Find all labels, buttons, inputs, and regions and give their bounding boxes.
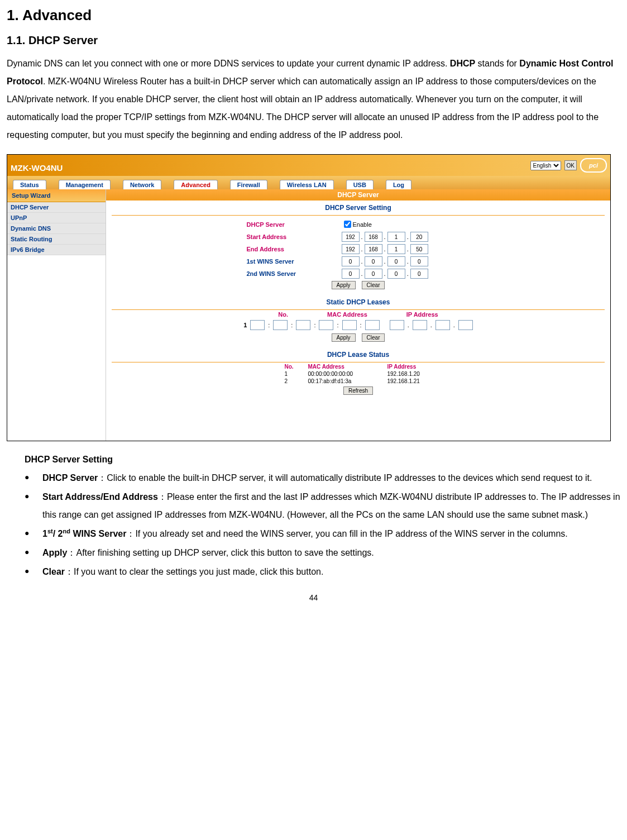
list-item: Start Address/End Address：Please enter t… [25, 488, 620, 524]
setup-wizard-link[interactable]: Setup Wizard [7, 189, 106, 202]
lease-ip-2[interactable] [413, 320, 427, 330]
label-start-address: Start Address [213, 233, 342, 240]
item-label: Start Address/End Address [42, 492, 158, 502]
end-ip-3[interactable] [387, 244, 405, 254]
dhcp-setting-heading: DHCP Server Setting [25, 455, 620, 465]
start-ip-3[interactable] [387, 232, 405, 242]
mac-1[interactable] [250, 320, 265, 330]
section-static-leases: Static DHCP Leases [106, 295, 610, 308]
heading-1: 1. Advanced [7, 7, 620, 24]
label-wins2: 2nd WINS Server [213, 270, 342, 277]
tab-bar: Status Management Network Advanced Firew… [7, 176, 610, 189]
mac-5[interactable] [342, 320, 357, 330]
item-text: ：If you already set and need the WINS se… [126, 529, 567, 538]
status-row-no: 1 [285, 371, 296, 377]
status-row-ip: 192.168.1.20 [387, 371, 432, 377]
sidebar-item-upnp[interactable]: UPnP [7, 213, 106, 223]
tab-advanced[interactable]: Advanced [174, 180, 218, 189]
text-bold: DHCP [450, 59, 475, 68]
wins1-ip-4[interactable] [410, 256, 428, 266]
apply-button[interactable]: Apply [332, 281, 356, 289]
label-dhcp-server: DHCP Server [213, 221, 342, 228]
divider [112, 362, 605, 362]
wins1-ip-3[interactable] [387, 256, 405, 266]
bullet-list: DHCP Server：Click to enable the built-in… [25, 469, 620, 581]
status-col-no: No. [285, 364, 296, 370]
list-item: 1st/ 2nd WINS Server：If you already set … [25, 525, 620, 543]
section-lease-status: DHCP Lease Status [106, 347, 610, 361]
label-enable: Enable [353, 221, 372, 228]
sidebar-item-dhcp-server[interactable]: DHCP Server [7, 202, 106, 213]
topbar: MZK-WO4NU English OK pci [7, 155, 610, 176]
item-text: ：After finishing setting up DHCP server,… [67, 548, 374, 557]
wins2-ip-4[interactable] [410, 269, 428, 279]
model-label: MZK-WO4NU [11, 163, 63, 176]
text: stands for [475, 59, 519, 68]
ok-button[interactable]: OK [564, 160, 577, 170]
intro-paragraph: Dynamic DNS can let you connect with one… [7, 55, 620, 144]
tab-wireless-lan[interactable]: Wireless LAN [280, 180, 334, 189]
status-row-mac: 00:00:00:00:00:00 [308, 371, 375, 377]
start-ip-2[interactable] [365, 232, 382, 242]
lease-ip-1[interactable] [390, 320, 404, 330]
clear-button-2[interactable]: Clear [362, 333, 385, 342]
start-ip-1[interactable] [342, 232, 360, 242]
heading-2: 1.1. DHCP Server [7, 34, 620, 47]
status-row-ip: 192.168.1.21 [387, 378, 432, 384]
tab-network[interactable]: Network [123, 180, 161, 189]
item-label: Clear [42, 567, 65, 576]
tab-usb[interactable]: USB [346, 180, 374, 189]
status-row-mac: 00:17:ab:df:d1:3a [308, 378, 375, 384]
mac-6[interactable] [365, 320, 380, 330]
end-ip-4[interactable] [410, 244, 428, 254]
dhcp-enable-checkbox[interactable] [344, 221, 351, 228]
item-text: ：Click to enable the built-in DHCP serve… [98, 473, 592, 483]
apply-button-2[interactable]: Apply [332, 333, 356, 342]
list-item: DHCP Server：Click to enable the built-in… [25, 469, 620, 487]
text: Dynamic DNS can let you connect with one… [7, 59, 450, 68]
end-ip-1[interactable] [342, 244, 360, 254]
lease-ip-4[interactable] [458, 320, 473, 330]
status-col-ip: IP Address [387, 364, 432, 370]
item-label: Apply [42, 548, 67, 557]
sidebar-item-dynamic-dns[interactable]: Dynamic DNS [7, 223, 106, 234]
list-item: Clear：If you want to clear the settings … [25, 563, 620, 581]
col-mac: MAC Address [327, 311, 367, 318]
content-pane: DHCP Server DHCP Server Setting DHCP Ser… [106, 189, 610, 441]
item-label: 1st/ 2nd WINS Server [42, 529, 126, 538]
mac-3[interactable] [296, 320, 310, 330]
mac-4[interactable] [319, 320, 333, 330]
mac-2[interactable] [273, 320, 288, 330]
col-no: No. [278, 311, 288, 318]
label-wins1: 1st WINS Server [213, 258, 342, 265]
page-title: DHCP Server [106, 189, 610, 201]
router-screenshot: MZK-WO4NU English OK pci Status Manageme… [7, 154, 611, 441]
status-col-mac: MAC Address [308, 364, 375, 370]
sidebar-item-static-routing[interactable]: Static Routing [7, 234, 106, 245]
section-dhcp-setting: DHCP Server Setting [106, 201, 610, 214]
sidebar: Setup Wizard DHCP Server UPnP Dynamic DN… [7, 189, 106, 441]
wins1-ip-1[interactable] [342, 256, 360, 266]
wins1-ip-2[interactable] [365, 256, 382, 266]
page-number: 44 [7, 593, 620, 602]
wins2-ip-3[interactable] [387, 269, 405, 279]
lease-ip-3[interactable] [435, 320, 450, 330]
wins2-ip-2[interactable] [365, 269, 382, 279]
language-select[interactable]: English [530, 161, 561, 170]
tab-log[interactable]: Log [386, 180, 411, 189]
tab-management[interactable]: Management [59, 180, 111, 189]
sidebar-item-ipv6-bridge[interactable]: IPv6 Bridge [7, 245, 106, 255]
start-ip-4[interactable] [410, 232, 428, 242]
tab-status[interactable]: Status [13, 180, 46, 189]
col-ip: IP Address [406, 311, 438, 318]
refresh-button[interactable]: Refresh [343, 386, 373, 395]
tab-firewall[interactable]: Firewall [230, 180, 267, 189]
end-ip-2[interactable] [365, 244, 382, 254]
text: . MZK-W04NU Wireless Router has a built-… [7, 77, 599, 140]
clear-button[interactable]: Clear [362, 281, 385, 289]
wins2-ip-1[interactable] [342, 269, 360, 279]
pci-logo: pci [580, 158, 607, 173]
divider [112, 215, 605, 216]
lease-row-no: 1 [243, 322, 247, 328]
label-end-address: End Address [213, 246, 342, 252]
